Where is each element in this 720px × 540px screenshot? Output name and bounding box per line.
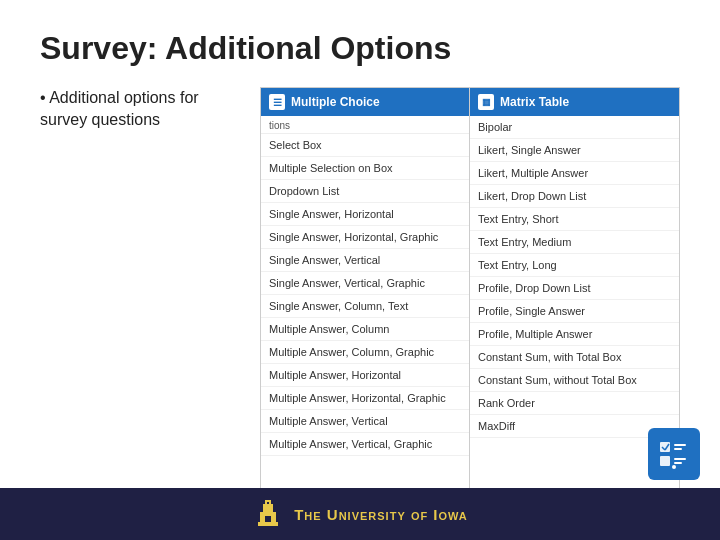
list-item[interactable]: Single Answer, Vertical [261, 249, 469, 272]
svg-rect-5 [674, 462, 682, 464]
svg-rect-1 [674, 444, 686, 446]
list-item[interactable]: Profile, Multiple Answer [470, 323, 679, 346]
list-item[interactable]: Multiple Selection on Box [261, 157, 469, 180]
list-item[interactable]: Profile, Single Answer [470, 300, 679, 323]
title-section: Survey: Additional Options [0, 0, 720, 87]
panel-left-header: ☰ Multiple Choice [261, 88, 469, 116]
svg-rect-2 [674, 448, 682, 450]
list-item[interactable]: Constant Sum, with Total Box [470, 346, 679, 369]
left-text-area: • Additional options for survey question… [40, 87, 260, 540]
list-item[interactable]: Single Answer, Vertical, Graphic [261, 272, 469, 295]
list-item[interactable]: Likert, Multiple Answer [470, 162, 679, 185]
list-item[interactable]: Text Entry, Short [470, 208, 679, 231]
list-item[interactable]: Select Box [261, 134, 469, 157]
svg-rect-14 [265, 516, 271, 522]
main-content: Survey: Additional Options • Additional … [0, 0, 720, 540]
panel-multiple-choice: ☰ Multiple Choice tions Select Box Multi… [260, 87, 470, 540]
list-item[interactable]: Likert, Drop Down List [470, 185, 679, 208]
university-logo-icon [252, 498, 284, 530]
list-item[interactable]: Text Entry, Long [470, 254, 679, 277]
list-item[interactable]: Multiple Answer, Horizontal, Graphic [261, 387, 469, 410]
checklist-svg-icon [656, 436, 692, 472]
body-section: • Additional options for survey question… [0, 87, 720, 540]
panel-right-header: ▦ Matrix Table [470, 88, 679, 116]
university-name: The University of Iowa [294, 506, 468, 523]
list-item[interactable]: Multiple Answer, Vertical, Graphic [261, 433, 469, 456]
list-item[interactable]: Constant Sum, without Total Box [470, 369, 679, 392]
checklist-button[interactable] [648, 428, 700, 480]
panel-right-title: Matrix Table [500, 95, 569, 109]
list-item[interactable]: Dropdown List [261, 180, 469, 203]
list-item[interactable]: Single Answer, Horizontal, Graphic [261, 226, 469, 249]
list-item[interactable]: Multiple Answer, Horizontal [261, 364, 469, 387]
svg-rect-3 [660, 456, 670, 466]
list-item[interactable]: Multiple Answer, Column [261, 318, 469, 341]
panel-left-top-label: tions [261, 116, 469, 134]
svg-rect-13 [258, 522, 278, 526]
svg-rect-10 [267, 502, 269, 504]
multiple-choice-icon: ☰ [269, 94, 285, 110]
list-item[interactable]: Rank Order [470, 392, 679, 415]
list-item[interactable]: Multiple Answer, Vertical [261, 410, 469, 433]
list-item[interactable]: Single Answer, Column, Text [261, 295, 469, 318]
list-item[interactable]: Multiple Answer, Column, Graphic [261, 341, 469, 364]
page-title: Survey: Additional Options [40, 30, 680, 67]
panel-left-title: Multiple Choice [291, 95, 380, 109]
list-item[interactable]: Profile, Drop Down List [470, 277, 679, 300]
svg-rect-0 [660, 442, 670, 452]
list-item[interactable]: Likert, Single Answer [470, 139, 679, 162]
svg-rect-4 [674, 458, 686, 460]
dropdown-panels: ☰ Multiple Choice tions Select Box Multi… [260, 87, 680, 540]
list-item[interactable]: Bipolar [470, 116, 679, 139]
footer: The University of Iowa [0, 488, 720, 540]
bullet-point: • Additional options for survey question… [40, 87, 240, 132]
list-item[interactable]: Single Answer, Horizontal [261, 203, 469, 226]
list-item[interactable]: Text Entry, Medium [470, 231, 679, 254]
svg-point-8 [672, 465, 676, 469]
matrix-table-icon: ▦ [478, 94, 494, 110]
